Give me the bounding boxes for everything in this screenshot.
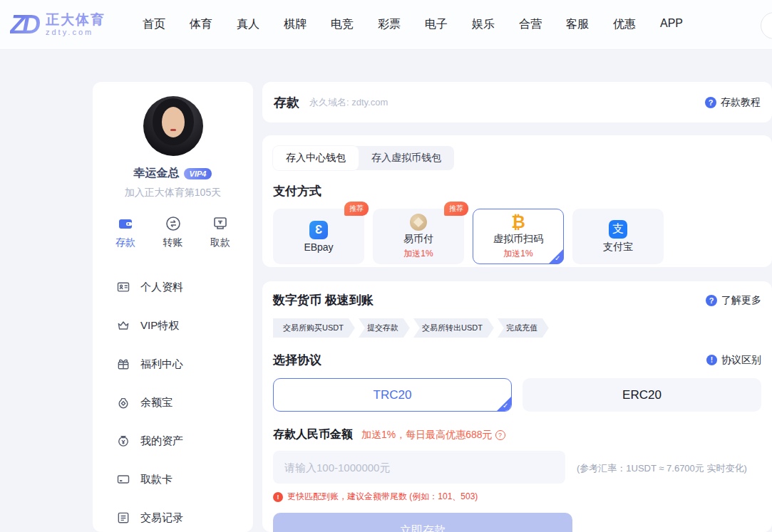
tab-crypto-wallet[interactable]: 存入虚拟币钱包 [359,146,454,170]
bank-card-icon [116,472,130,486]
money-bag-icon [116,434,130,448]
step-complete: 完成充值 [498,318,549,338]
amount-note: ! 更快匹配到账，建议金额带尾数 (例如：101、503) [273,491,761,503]
logo-monogram: ZD [10,10,43,40]
recommend-badge: 推荐 [344,202,369,216]
nav-item-support[interactable]: 客服 [566,17,589,32]
quick-action-label: 转账 [163,236,183,249]
nav-item-entertainment[interactable]: 娱乐 [472,17,495,32]
sidebar-item-label: 交易记录 [140,511,183,525]
logo-domain: zdty.com [46,28,105,36]
payment-alipay[interactable]: 支 支付宝 [572,209,664,264]
sidebar-item-label: 福利中心 [140,358,183,371]
protocol-erc20[interactable]: ERC20 [523,378,761,412]
quick-action-deposit[interactable]: 存款 [115,215,135,249]
money-pouch-icon [116,395,130,410]
question-icon: ? [706,295,717,306]
deposit-submit-button[interactable]: 立即存款 [273,513,572,532]
transaction-list-icon [116,511,130,525]
permanent-domain-note: 永久域名: zdty.com [309,96,388,109]
deposit-tutorial-link[interactable]: ? 存款教程 [705,96,761,109]
crown-icon [116,318,130,333]
ebpay-icon: Ɛ [309,221,328,239]
quick-action-label: 存款 [115,236,135,249]
promo-help-icon[interactable]: ? [495,430,505,440]
sidebar-item-label: VIP特权 [140,319,179,333]
learn-more-link[interactable]: ? 了解更多 [706,294,761,307]
quick-action-label: 取款 [210,236,230,249]
alipay-icon: 支 [609,220,627,239]
page-title: 存款 [274,94,299,111]
vip-badge: VIP4 [184,168,212,179]
bonus-label: 加送1% [503,248,532,260]
payment-method-card: 存入中心钱包 存入虚拟币钱包 支付方式 推荐 Ɛ EBpay 推荐 易币付 加送… [262,135,772,267]
nav-item-lottery[interactable]: 彩票 [378,17,401,32]
nav-item-slots[interactable]: 电子 [425,17,448,32]
protocol-diff-link[interactable]: ! 协议区别 [706,354,761,367]
nav-item-esports[interactable]: 电竞 [331,17,354,32]
nav-item-home[interactable]: 首页 [143,17,165,32]
sidebar-item-profile[interactable]: 个人资料 [93,268,253,306]
nav-item-live[interactable]: 真人 [237,17,259,32]
nav-edge-circle[interactable] [761,12,772,39]
gold-coin-icon [410,214,427,231]
selected-check-icon: ✓ [496,396,512,412]
sidebar-item-assets[interactable]: 我的资产 [93,422,253,460]
quick-action-transfer[interactable]: 转账 [163,215,183,249]
sidebar-item-label: 我的资产 [140,434,183,448]
avatar[interactable] [143,96,203,156]
nav-item-promo[interactable]: 优惠 [613,17,636,32]
nav-item-sports[interactable]: 体育 [190,17,212,32]
sidebar-item-label: 余额宝 [140,396,173,410]
profile-sidebar: 幸运金总 VIP4 加入正大体育第105天 存款 转账 取款 个人资料 [93,82,253,532]
payment-heading: 支付方式 [273,183,761,199]
site-logo[interactable]: ZD 正大体育 zdty.com [10,10,105,40]
recommend-badge: 推荐 [444,202,468,216]
step-submit-deposit: 提交存款 [359,318,410,338]
deposit-steps: 交易所购买USDT 提交存款 交易所转出USDT 完成充值 [273,318,761,338]
nav-item-app[interactable]: APP [660,17,683,32]
bitcoin-icon: ₿ [511,214,525,231]
deposit-header-card: 存款 永久域名: zdty.com ? 存款教程 [262,82,772,122]
username: 幸运金总 [134,166,180,181]
sidebar-item-yuebao[interactable]: 余额宝 [93,383,253,422]
payment-ebpay[interactable]: 推荐 Ɛ EBpay [273,209,364,264]
info-icon: ! [706,355,717,365]
crypto-deposit-card: 数字货币 极速到账 ? 了解更多 交易所购买USDT 提交存款 交易所转出USD… [262,281,772,532]
sidebar-item-records[interactable]: 交易记录 [93,499,253,532]
quick-action-withdraw[interactable]: 取款 [210,215,230,249]
join-days-text: 加入正大体育第105天 [93,187,253,199]
nav-item-cards[interactable]: 棋牌 [284,17,307,32]
crypto-heading: 数字货币 极速到账 [273,292,374,308]
protocol-heading: 选择协议 [273,352,321,368]
sidebar-menu: 个人资料 VIP特权 福利中心 余额宝 我的资产 取款卡 交易记录 [93,268,253,532]
nav-menu: 首页 体育 真人 棋牌 电竞 彩票 电子 娱乐 合营 客服 优惠 APP [143,17,683,32]
quick-actions: 存款 转账 取款 [93,215,253,249]
question-icon: ? [705,97,716,108]
payment-yibifu[interactable]: 推荐 易币付 加送1% [373,209,464,264]
withdraw-icon [212,215,229,232]
top-nav: ZD 正大体育 zdty.com 首页 体育 真人 棋牌 电竞 彩票 电子 娱乐… [0,0,772,50]
step-transfer-usdt: 交易所转出USDT [413,318,494,338]
sidebar-item-vip[interactable]: VIP特权 [93,306,253,345]
sidebar-item-label: 个人资料 [140,281,183,294]
sidebar-item-withdraw-card[interactable]: 取款卡 [93,460,253,499]
amount-input[interactable] [273,451,565,484]
payment-crypto-scan[interactable]: ₿ 虚拟币扫码 加送1% ✓ [473,209,564,264]
bonus-label: 加送1% [403,248,433,260]
logo-title: 正大体育 [46,13,105,28]
nav-item-affiliate[interactable]: 合营 [519,17,542,32]
selected-check-icon: ✓ [548,249,564,264]
payment-methods: 推荐 Ɛ EBpay 推荐 易币付 加送1% ₿ 虚拟币扫码 加送1% ✓ 支 … [273,209,761,264]
step-buy-usdt: 交易所购买USDT [273,318,355,338]
wallet-icon [117,215,134,232]
transfer-icon [165,215,182,232]
protocol-trc20[interactable]: TRC20 ✓ [273,378,512,412]
wallet-tabs: 存入中心钱包 存入虚拟币钱包 [273,146,454,170]
exchange-rate-text: (参考汇率：1USDT ≈ 7.6700元 实时变化) [577,462,747,484]
sidebar-item-label: 取款卡 [140,473,173,486]
gift-icon [116,357,130,371]
sidebar-item-welfare[interactable]: 福利中心 [93,345,253,383]
tab-central-wallet[interactable]: 存入中心钱包 [273,146,359,170]
amount-promo: 加送1%，每日最高优惠688元 ? [361,429,505,442]
